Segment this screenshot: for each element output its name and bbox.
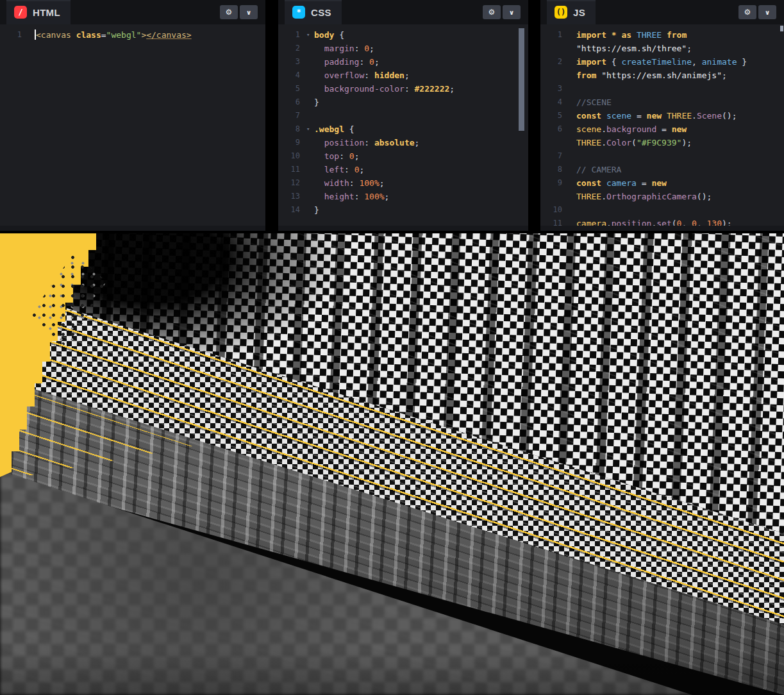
- code-text: background-color: #222222;: [314, 82, 528, 96]
- fold-spacer: [569, 122, 576, 136]
- line-number: 11: [278, 163, 306, 176]
- chevron-down-icon: ∨: [246, 9, 251, 16]
- html-editor-panel: / HTML ⚙ ∨ 1<canvas class="webgl"></canv…: [0, 0, 265, 231]
- css-scrollbar-thumb[interactable]: [519, 28, 524, 131]
- code-text: overflow: hidden;: [314, 69, 528, 82]
- code-text: const scene = new THREE.Scene();: [576, 109, 784, 122]
- code-line: 3 padding: 0;: [278, 55, 528, 69]
- line-number: 8: [540, 163, 569, 176]
- code-text: // CAMERA: [576, 163, 784, 176]
- code-line: 4//SCENE: [540, 96, 784, 109]
- fold-spacer: [569, 149, 576, 163]
- css-code-area[interactable]: 1▾body {2 margin: 0;3 padding: 0;4 overf…: [278, 24, 528, 226]
- code-line: 11camera.position.set(0, 0, 130);: [540, 217, 784, 226]
- line-number: 6: [278, 96, 306, 109]
- code-text: [576, 203, 784, 217]
- html-settings-button[interactable]: ⚙: [220, 5, 238, 19]
- chevron-down-icon: ∨: [509, 9, 514, 16]
- fold-spacer: [569, 203, 576, 217]
- code-text: const camera = new: [576, 176, 784, 190]
- html-icon: /: [14, 6, 27, 19]
- js-panel-title: JS: [573, 7, 585, 18]
- fold-spacer: [569, 69, 576, 82]
- code-text: left: 0;: [314, 163, 528, 176]
- code-line: 1<canvas class="webgl"></canvas>: [0, 28, 265, 42]
- line-number: 1: [278, 28, 306, 42]
- html-code-area[interactable]: 1<canvas class="webgl"></canvas>: [0, 24, 265, 226]
- fold-caret-icon[interactable]: ▾: [306, 122, 314, 136]
- code-text: }: [314, 203, 528, 217]
- code-line: 2import { createTimeline, animate }: [540, 55, 784, 69]
- tab-html[interactable]: / HTML: [6, 0, 71, 24]
- css-editor-header: * CSS ⚙ ∨: [278, 0, 528, 24]
- line-number: 1: [0, 28, 28, 42]
- html-panel-title: HTML: [33, 7, 60, 18]
- code-text: [576, 82, 784, 96]
- css-collapse-button[interactable]: ∨: [503, 5, 521, 19]
- codepen-editor-app: / HTML ⚙ ∨ 1<canvas class="webgl"></canv…: [0, 0, 784, 695]
- line-number: 5: [540, 109, 569, 122]
- line-number: 2: [540, 55, 569, 69]
- code-line: 10: [540, 203, 784, 217]
- line-number: 10: [540, 203, 569, 217]
- js-panel-footer: [540, 226, 784, 231]
- fold-spacer: [306, 190, 314, 203]
- fold-spacer: [306, 55, 314, 69]
- fold-spacer: [569, 176, 576, 190]
- code-text: "https://esm.sh/three";: [576, 42, 784, 55]
- code-text: [576, 149, 784, 163]
- line-number: 10: [278, 149, 306, 163]
- code-text: }: [314, 96, 528, 109]
- code-line: 7: [540, 149, 784, 163]
- fold-spacer: [306, 69, 314, 82]
- bottom-shade: [0, 650, 784, 695]
- code-line: 14}: [278, 203, 528, 217]
- gear-icon: ⚙: [488, 8, 496, 17]
- code-text: THREE.Color("#F9C939");: [576, 136, 784, 149]
- html-collapse-button[interactable]: ∨: [240, 5, 258, 19]
- gear-icon: ⚙: [744, 8, 751, 17]
- tab-css[interactable]: * CSS: [285, 0, 342, 24]
- code-text: //SCENE: [576, 96, 784, 109]
- html-editor-header: / HTML ⚙ ∨: [0, 0, 265, 24]
- js-collapse-button[interactable]: ∨: [758, 5, 776, 19]
- css-panel-footer: [278, 226, 528, 231]
- fold-spacer: [569, 109, 576, 122]
- js-settings-button[interactable]: ⚙: [738, 5, 756, 19]
- js-scrollbar-thumb[interactable]: [780, 26, 783, 31]
- fold-caret-icon[interactable]: ▾: [306, 28, 314, 42]
- js-editor-panel: () JS ⚙ ∨ 1import * as THREE from"https:…: [540, 0, 784, 231]
- code-text: import { createTimeline, animate }: [576, 55, 784, 69]
- code-line: 12 width: 100%;: [278, 176, 528, 190]
- fold-spacer: [306, 176, 314, 190]
- gear-icon: ⚙: [226, 8, 233, 17]
- fold-spacer: [569, 28, 576, 42]
- js-code-area[interactable]: 1import * as THREE from"https://esm.sh/t…: [540, 24, 784, 226]
- code-text: body {: [314, 28, 528, 42]
- webgl-canvas-render[interactable]: [0, 233, 784, 695]
- css-editor-panel: * CSS ⚙ ∨ 1▾body {2 margin: 0;3 padding:…: [278, 0, 528, 231]
- fold-spacer: [569, 82, 576, 96]
- line-number: 13: [278, 190, 306, 203]
- code-text: <canvas class="webgl"></canvas>: [36, 28, 265, 42]
- code-line: 4 overflow: hidden;: [278, 69, 528, 82]
- fold-spacer: [306, 203, 314, 217]
- fold-spacer: [306, 149, 314, 163]
- js-icon: (): [555, 6, 567, 19]
- code-line: "https://esm.sh/three";: [540, 42, 784, 55]
- css-settings-button[interactable]: ⚙: [483, 5, 501, 19]
- line-number: [540, 136, 569, 149]
- tab-js[interactable]: () JS: [547, 0, 596, 24]
- panel-divider[interactable]: [528, 0, 540, 231]
- code-line: 11 left: 0;: [278, 163, 528, 176]
- line-number: 9: [278, 136, 306, 149]
- code-text: top: 0;: [314, 149, 528, 163]
- fold-spacer: [569, 217, 576, 226]
- fold-spacer: [306, 82, 314, 96]
- panel-divider[interactable]: [265, 0, 278, 231]
- fold-spacer: [569, 96, 576, 109]
- fold-spacer: [569, 190, 576, 203]
- code-text: THREE.OrthographicCamera();: [576, 190, 784, 203]
- line-number: 4: [540, 96, 569, 109]
- code-line: 5 background-color: #222222;: [278, 82, 528, 96]
